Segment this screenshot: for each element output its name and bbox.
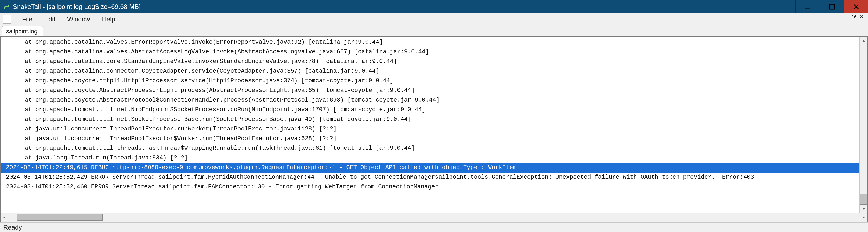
tab-sailpoint-log[interactable]: sailpoint.log [2,26,43,36]
mdi-close-button[interactable] [858,14,866,21]
window-title: SnakeTail - [sailpoint.log LogSize=69.68… [13,3,141,10]
document-icon[interactable] [3,15,11,24]
log-line[interactable]: at java.util.concurrent.ThreadPoolExecut… [6,134,867,144]
status-text: Ready [3,224,22,231]
log-line[interactable]: at org.apache.tomcat.util.threads.TaskTh… [6,144,867,153]
mdi-controls [842,14,866,21]
titlebar: SnakeTail - [sailpoint.log LogSize=69.68… [0,0,868,13]
menubar: File Edit Window Help [0,13,868,25]
scroll-up-arrow-icon[interactable] [860,37,868,45]
hscroll-track[interactable] [9,213,859,222]
log-line[interactable]: at org.apache.coyote.AbstractProcessorLi… [6,86,867,95]
log-line[interactable]: at java.lang.Thread.run(Thread.java:834)… [6,153,867,163]
svg-marker-12 [863,216,865,219]
tabstrip: sailpoint.log [0,25,868,36]
app-icon [3,3,10,10]
menu-file[interactable]: File [16,14,38,24]
svg-rect-6 [852,16,855,18]
scroll-down-arrow-icon[interactable] [860,205,868,213]
svg-rect-1 [830,4,834,9]
maximize-button[interactable] [820,0,844,13]
log-line[interactable]: 2024-03-14T01:25:52,429 ERROR ServerThre… [6,172,867,182]
log-line[interactable]: at org.apache.catalina.valves.ErrorRepor… [6,38,867,47]
log-line[interactable]: at org.apache.catalina.core.StandardEngi… [6,57,867,67]
log-viewport: at org.apache.catalina.valves.ErrorRepor… [0,36,868,213]
close-button[interactable] [844,0,868,13]
mdi-restore-button[interactable] [850,14,858,21]
vertical-scrollbar[interactable] [859,37,867,213]
vscroll-track[interactable] [860,45,867,205]
log-line[interactable]: 2024-03-14T01:22:49,615 DEBUG http-nio-8… [1,163,867,172]
minimize-button[interactable] [796,0,820,13]
log-line[interactable]: at org.apache.coyote.AbstractProtocol$Co… [6,95,867,105]
vscroll-thumb[interactable] [860,194,867,205]
horizontal-scrollbar[interactable] [0,213,868,222]
svg-marker-11 [3,216,5,219]
log-line[interactable]: at org.apache.coyote.http11.Http11Proces… [6,76,867,86]
log-line[interactable]: at org.apache.tomcat.util.net.NioEndpoin… [6,105,867,115]
log-line[interactable]: 2024-03-14T01:25:52,460 ERROR ServerThre… [6,182,867,192]
statusbar: Ready [0,222,868,232]
log-line[interactable]: at org.apache.catalina.connector.CoyoteA… [6,67,867,76]
log-line[interactable]: at org.apache.tomcat.util.net.SocketProc… [6,115,867,124]
scroll-left-arrow-icon[interactable] [1,213,9,222]
log-lines[interactable]: at org.apache.catalina.valves.ErrorRepor… [1,37,867,192]
svg-marker-10 [862,208,865,210]
window-controls [796,0,868,13]
log-line[interactable]: at org.apache.catalina.valves.AbstractAc… [6,47,867,57]
menu-edit[interactable]: Edit [38,14,61,24]
hscroll-thumb[interactable] [17,214,102,221]
menu-window[interactable]: Window [61,14,96,24]
menu-help[interactable]: Help [96,14,121,24]
log-line[interactable]: at java.util.concurrent.ThreadPoolExecut… [6,124,867,134]
scroll-right-arrow-icon[interactable] [859,213,867,222]
svg-marker-9 [862,40,865,42]
mdi-minimize-button[interactable] [842,14,850,21]
titlebar-left: SnakeTail - [sailpoint.log LogSize=69.68… [3,3,141,10]
